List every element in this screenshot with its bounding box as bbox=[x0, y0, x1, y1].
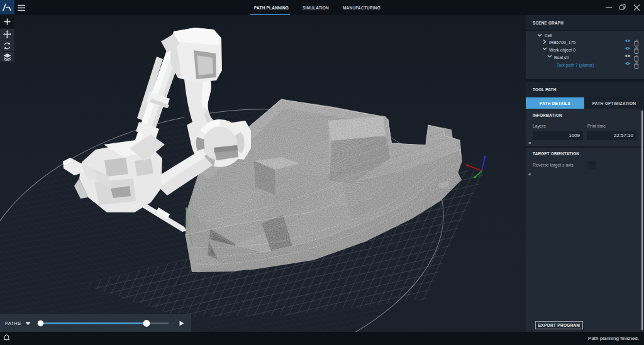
svg-text:Boat.stl: Boat.stl bbox=[554, 55, 569, 60]
svg-text:Work object 0: Work object 0 bbox=[549, 48, 575, 53]
svg-text:IRB6700_175: IRB6700_175 bbox=[549, 40, 575, 45]
svg-text:Tool path 7 (planar): Tool path 7 (planar) bbox=[557, 63, 594, 68]
svg-text:Cell: Cell bbox=[545, 33, 552, 38]
